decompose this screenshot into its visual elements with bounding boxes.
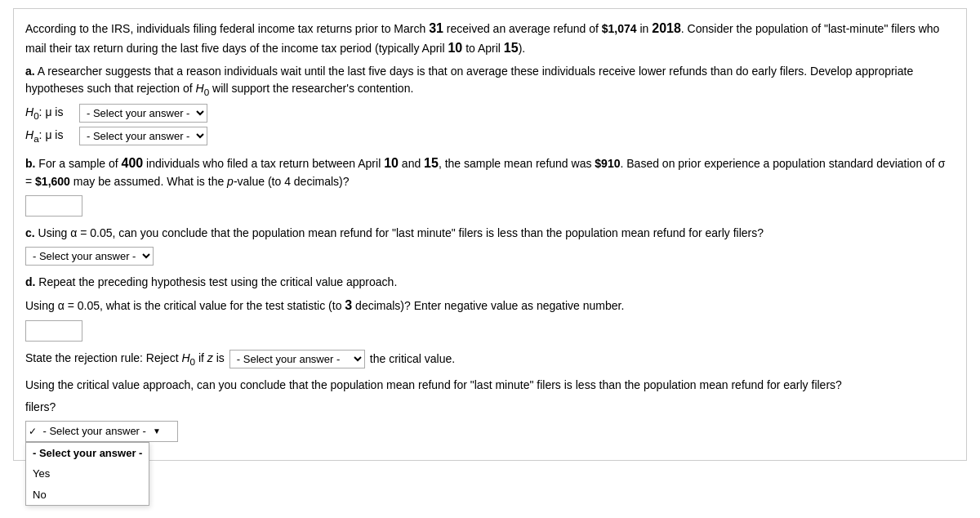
final-dropdown-list: - Select your answer - Yes No	[25, 442, 149, 507]
final-dropdown-btn[interactable]: - Select your answer - ▼	[25, 421, 178, 442]
rejection-rule-prefix: State the rejection rule: Reject H0 if z…	[25, 350, 225, 368]
section-b-text: b. For a sample of 400 individuals who f…	[25, 154, 955, 190]
rejection-rule-section: State the rejection rule: Reject H0 if z…	[25, 350, 955, 368]
h0-select[interactable]: - Select your answer - ≤ 1,074 ≥ 1,074 <…	[79, 104, 207, 123]
ha-select[interactable]: - Select your answer - ≤ 1,074 ≥ 1,074 <…	[79, 127, 207, 145]
d-critvalue-input[interactable]	[25, 320, 82, 342]
section-b-body: For a sample of 400 individuals who file…	[25, 157, 945, 188]
section-c: c. Using α = 0.05, can you conclude that…	[25, 225, 955, 266]
final-dropdown-item-default[interactable]: - Select your answer -	[26, 443, 149, 464]
rejection-rule-select[interactable]: - Select your answer - less than or equa…	[229, 350, 365, 368]
final-question-body: Using the critical value approach, can y…	[25, 378, 842, 391]
section-a: a. A researcher suggests that a reason i…	[25, 63, 955, 145]
rejection-rule-row: State the rejection rule: Reject H0 if z…	[25, 350, 955, 368]
section-b: b. For a sample of 400 individuals who f…	[25, 154, 955, 217]
section-d: d. Repeat the preceding hypothesis test …	[25, 274, 955, 342]
rejection-rule-suffix: the critical value.	[370, 351, 455, 368]
section-c-label: c.	[25, 226, 35, 239]
c-select[interactable]: - Select your answer - Yes No	[25, 247, 154, 266]
ha-label: Ha: μ is	[25, 127, 74, 145]
ha-row: Ha: μ is - Select your answer - ≤ 1,074 …	[25, 127, 955, 145]
final-question-sub-text: filers?	[25, 400, 56, 413]
final-dropdown-container: - Select your answer - ▼ - Select your a…	[25, 421, 178, 442]
main-content: According to the IRS, individuals filing…	[13, 8, 967, 461]
d-input-container	[25, 320, 955, 342]
h0-row: H0: μ is - Select your answer - ≤ 1,074 …	[25, 104, 955, 123]
final-question-sub: filers?	[25, 399, 955, 416]
b-pvalue-input[interactable]	[25, 195, 82, 217]
section-c-text: c. Using α = 0.05, can you conclude that…	[25, 225, 955, 242]
section-c-body: Using α = 0.05, can you conclude that th…	[38, 226, 764, 239]
section-d-body: Repeat the preceding hypothesis test usi…	[38, 275, 397, 288]
intro-paragraph: According to the IRS, individuals filing…	[25, 19, 955, 58]
critical-value-text: Using α = 0.05, what is the critical val…	[25, 296, 955, 315]
h0-label: H0: μ is	[25, 104, 74, 123]
final-question-section: Using the critical value approach, can y…	[25, 377, 955, 442]
c-select-container: - Select your answer - Yes No	[25, 247, 955, 266]
intro-text: According to the IRS, individuals filing…	[25, 22, 939, 55]
section-a-text: a. A researcher suggests that a reason i…	[25, 63, 955, 99]
chevron-down-icon: ▼	[153, 425, 161, 437]
section-d-text: d. Repeat the preceding hypothesis test …	[25, 274, 955, 291]
final-dropdown-item-yes[interactable]: Yes	[26, 463, 149, 485]
section-d-label: d.	[25, 275, 35, 288]
critical-value-body: Using α = 0.05, what is the critical val…	[25, 299, 624, 312]
section-a-label: a.	[25, 65, 35, 78]
final-dropdown-item-no[interactable]: No	[26, 485, 149, 506]
b-input-container	[25, 195, 955, 217]
section-b-label: b.	[25, 157, 35, 170]
final-question-text: Using the critical value approach, can y…	[25, 377, 955, 394]
section-a-body: A researcher suggests that a reason indi…	[25, 65, 913, 95]
